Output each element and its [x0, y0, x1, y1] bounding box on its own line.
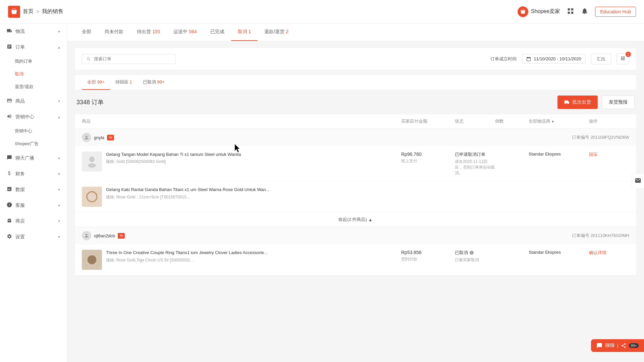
buyer-name-1: gnyla	[94, 135, 104, 140]
export-button[interactable]: 汇出	[591, 54, 611, 64]
tab-all[interactable]: 全部	[75, 23, 98, 41]
breadcrumb-separator: >	[36, 9, 39, 15]
ship-icon	[564, 100, 570, 105]
search-icon	[86, 56, 91, 62]
logistics-cell-1-1: Standar Ekspres	[529, 152, 589, 157]
chevron-up-icon-collapse: ▲	[368, 217, 373, 222]
sidebar-item-yingxiao[interactable]: 营销中心 ▴	[0, 109, 67, 125]
status-text-1-1: 已申请取消订单	[455, 152, 495, 158]
sidebar-label-wuliu: 物流	[15, 28, 25, 35]
sidebar-item-dingdan[interactable]: 订单 ▴	[0, 39, 67, 55]
sidebar-item-shangpin[interactable]: 商品 ▾	[0, 93, 67, 109]
grid-icon[interactable]	[567, 7, 574, 16]
order-number-2: 订单编号 201110KH76GDMH	[572, 233, 629, 239]
sidebar-item-shezhi[interactable]: 设置 ▾	[0, 229, 67, 245]
date-label: 订单成立时间	[490, 56, 517, 62]
tab-done[interactable]: 已完成	[204, 23, 231, 41]
action-link-2-1[interactable]: 确认详情	[589, 250, 606, 255]
order-group-header-1: gnyla ✉ 订单编号 201108FQ2VND6W	[75, 129, 636, 146]
col-logistics[interactable]: 全部物流商 ▾	[529, 118, 589, 124]
tab-pending[interactable]: 待出货 155	[130, 23, 167, 41]
tab-shipping[interactable]: 运送中 564	[167, 23, 203, 41]
sidebar-item-shopee-ads[interactable]: Shopee广告	[0, 137, 67, 150]
order-actions: 批次出货 发货预报	[557, 96, 635, 109]
svg-rect-0	[568, 8, 570, 10]
search-input[interactable]	[94, 56, 171, 61]
chat-button-1[interactable]: ✉	[107, 135, 114, 140]
broadcast-icon	[7, 155, 12, 161]
product-cell-1-2: Gelang Kaki Rantai Ganda Bahan Titani x1…	[82, 187, 401, 207]
product-name-1-2: Gelang Kaki Rantai Ganda Bahan Titani x1…	[106, 187, 401, 193]
chevron-up-icon-yingxiao: ▴	[58, 115, 60, 119]
chat-badge: 99+	[629, 343, 639, 348]
chevron-down-icon-kefu: ▾	[58, 203, 60, 208]
chat-floating-icon	[596, 343, 602, 349]
batch-ship-button[interactable]: 批次出货	[557, 96, 598, 109]
product-icon	[7, 98, 12, 104]
svg-point-6	[88, 255, 97, 264]
header-left: 首页 > 我的销售	[8, 6, 63, 18]
order-item-1-1: Gelang Tangan Model Kepang Bahan Ti x1 t…	[75, 146, 636, 181]
search-box[interactable]	[82, 54, 176, 64]
payment-method-1-1: 线上支付	[401, 158, 455, 164]
sidebar-item-shuju[interactable]: 数据 ▾	[0, 182, 67, 197]
order-group-2: ojl6an2dcb ✉ 订单编号 201110KH76GDMH Thr	[75, 227, 636, 276]
sidebar-item-zhibo[interactable]: 聊天广播 ▾	[0, 150, 67, 166]
date-range-picker[interactable]: 11/10/2020 - 10/11/2020	[522, 54, 586, 64]
action-link-1-1[interactable]: 回应	[589, 152, 598, 157]
sidebar-item-wuliu[interactable]: 物流 ▾	[0, 23, 67, 39]
chat-button-2[interactable]: ✉	[118, 233, 125, 239]
order-number-1: 订单编号 201108FQ2VND6W	[572, 134, 629, 140]
shopee-seller: Shopee卖家	[518, 6, 560, 17]
price-cell-2-1: Rp53.856 货到付款	[401, 250, 455, 262]
education-hub-button[interactable]: Education Hub	[595, 7, 636, 17]
price-2-1: Rp53.856	[401, 250, 455, 255]
product-thumb-2-1	[82, 250, 102, 270]
calendar-icon	[526, 57, 531, 61]
service-icon	[7, 202, 12, 208]
sub-tab-cancelled[interactable]: 已取消 99+	[138, 75, 170, 90]
forecast-button[interactable]: 发货预报	[602, 96, 635, 109]
settings-icon	[7, 234, 12, 240]
tab-unpaid[interactable]: 尚未付款	[98, 23, 130, 41]
status-desc-1-1: 请在2020-11-11回应，否则订单将自动取消。	[455, 159, 495, 176]
sidebar-item-marketing-center[interactable]: 营销中心	[0, 125, 67, 137]
product-spec-1-2: 规格: Rose Gold：21cm+5cm [T00156T0015...	[106, 194, 401, 200]
sidebar-label-shangdian: 商店	[15, 218, 25, 224]
sidebar-item-return[interactable]: 退货/退款	[0, 80, 67, 93]
header-right: Shopee卖家 Education Hub	[518, 6, 636, 17]
product-spec-1-1: 规格: Gold [S00082S00082-Gold]	[106, 159, 401, 165]
status-desc-2-1: 已被买家取消	[455, 257, 495, 263]
store-icon	[7, 218, 12, 224]
collapse-row-1[interactable]: 收起(2 件商品) ▲	[75, 213, 636, 227]
order-item-1-2: Gelang Kaki Rantai Ganda Bahan Titani x1…	[75, 181, 636, 213]
truck-icon	[7, 28, 12, 35]
sidebar-item-kefu[interactable]: 客服 ▾	[0, 197, 67, 213]
status-cell-1-1: 已申请取消订单 请在2020-11-11回应，否则订单将自动取消。	[455, 152, 495, 176]
tab-return[interactable]: 退款/退货 2	[258, 23, 295, 41]
sidebar-item-cancel[interactable]: 取消	[0, 68, 67, 80]
filter-icon-button[interactable]: 1	[616, 53, 629, 64]
chat-floating-button[interactable]: 聊聊 | 99+	[591, 339, 644, 352]
sub-tab-all[interactable]: 全部 99+	[82, 75, 110, 90]
payment-method-2-1: 货到付款	[401, 256, 455, 262]
product-spec-2-1: 规格: Rose Gold,Tiga Cincin US 5# [S00093S…	[106, 257, 401, 263]
bell-icon[interactable]	[581, 7, 588, 16]
sidebar-label-shangpin: 商品	[15, 98, 25, 104]
sidebar-label-shuju: 数据	[15, 187, 25, 193]
sidebar-sub-dingdan: 我的订单 取消 退货/退款	[0, 55, 67, 93]
tab-cancel[interactable]: 取消 1	[231, 23, 258, 41]
chevron-down-icon-zhibo: ▾	[58, 156, 60, 161]
marketing-icon	[7, 114, 12, 120]
sub-tab-pending-reply[interactable]: 待回应 1	[110, 75, 138, 90]
sidebar-item-caiwu[interactable]: 财务 ▾	[0, 166, 67, 182]
share-icon	[621, 343, 626, 348]
chevron-down-icon: ▾	[58, 29, 60, 34]
filter-badge: 1	[626, 52, 631, 57]
sidebar-item-my-orders[interactable]: 我的订单	[0, 55, 67, 68]
mail-icon-sidebar[interactable]	[632, 174, 644, 189]
status-cell-2-1: 已取消 已被买家取消	[455, 250, 495, 263]
sidebar-item-shangdian[interactable]: 商店 ▾	[0, 213, 67, 229]
main-content: 全部 尚未付款 待出货 155 运送中 564 已完成 取消 1 退款/退货 2	[67, 23, 644, 362]
home-link[interactable]: 首页	[23, 8, 34, 15]
